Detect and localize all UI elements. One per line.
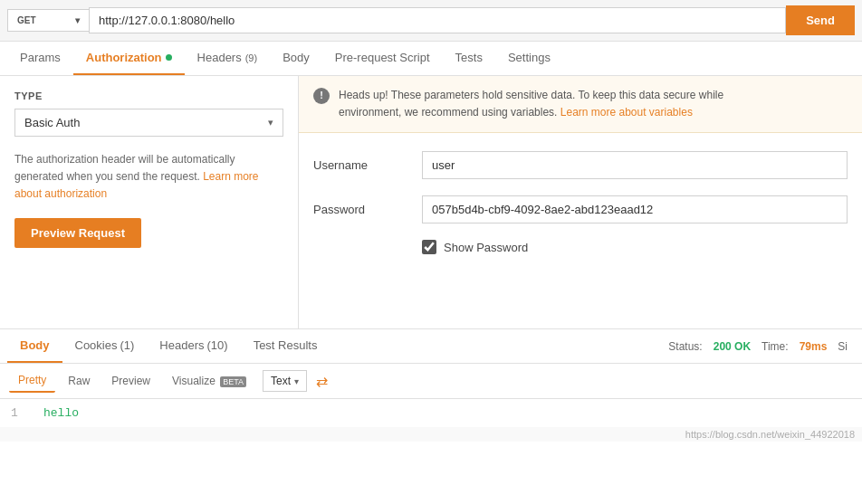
line-number: 1 (11, 406, 29, 420)
bottom-tab-headers[interactable]: Headers (10) (147, 329, 240, 363)
alert-icon: ! (313, 88, 330, 104)
bottom-tab-body[interactable]: Body (7, 329, 62, 363)
size-label: Si (838, 340, 848, 353)
format-arrow: ▾ (294, 376, 299, 386)
bottom-tabs: Body Cookies (1) Headers (10) Test Resul… (0, 329, 862, 364)
tab-params[interactable]: Params (7, 42, 73, 75)
url-bar: GET ▾ Send (0, 0, 862, 42)
status-value: 200 OK (714, 340, 751, 353)
password-row: Password (313, 195, 848, 223)
method-arrow: ▾ (75, 15, 80, 25)
footer-watermark: https://blog.csdn.net/weixin_44922018 (0, 427, 862, 442)
right-panel: ! Heads up! These parameters hold sensit… (299, 76, 862, 328)
format-select[interactable]: Text ▾ (263, 370, 307, 392)
username-label: Username (313, 158, 422, 172)
tab-tests[interactable]: Tests (443, 42, 495, 75)
tab-body[interactable]: Body (270, 42, 322, 75)
main-content: TYPE Basic Auth ▾ The authorization head… (0, 76, 862, 329)
response-body: 1 hello (0, 399, 862, 427)
username-row: Username (313, 151, 848, 179)
beta-badge: BETA (220, 376, 246, 387)
response-content: hello (43, 406, 79, 420)
password-label: Password (313, 203, 422, 216)
preview-request-button[interactable]: Preview Request (14, 218, 141, 248)
type-label: TYPE (14, 90, 283, 101)
password-input[interactable] (422, 195, 848, 223)
auth-description: The authorization header will be automat… (14, 151, 283, 204)
send-button[interactable]: Send (786, 5, 855, 35)
bottom-tab-test-results[interactable]: Test Results (241, 329, 330, 363)
show-password-checkbox[interactable] (422, 240, 436, 254)
show-password-label: Show Password (444, 241, 528, 254)
show-password-row: Show Password (422, 240, 848, 254)
authorization-dot (166, 54, 172, 61)
format-label: Text (271, 375, 291, 387)
status-area: Status: 200 OK Time: 79ms Si (668, 340, 855, 353)
learn-more-variables-link[interactable]: Learn more about variables (560, 106, 693, 119)
top-tabs: Params Authorization Headers (9) Body Pr… (0, 42, 862, 76)
method-select[interactable]: GET ▾ (7, 9, 89, 32)
method-label: GET (17, 15, 36, 25)
left-panel: TYPE Basic Auth ▾ The authorization head… (0, 76, 299, 328)
response-toolbar: Pretty Raw Preview Visualize BETA Text ▾… (0, 364, 862, 399)
resp-tab-pretty[interactable]: Pretty (9, 369, 55, 393)
time-label: Time: (761, 340, 789, 353)
bottom-tab-cookies[interactable]: Cookies (1) (62, 329, 148, 363)
wrap-icon[interactable]: ⇄ (316, 373, 328, 390)
resp-tab-visualize[interactable]: Visualize BETA (163, 370, 255, 392)
tab-settings[interactable]: Settings (495, 42, 563, 75)
url-input[interactable] (89, 7, 786, 33)
form-area: Username Password Show Password (299, 133, 862, 272)
tab-authorization[interactable]: Authorization (73, 42, 185, 75)
username-input[interactable] (422, 151, 848, 179)
status-label: Status: (668, 340, 702, 353)
type-select[interactable]: Basic Auth ▾ (14, 109, 283, 137)
tab-headers[interactable]: Headers (9) (185, 42, 271, 75)
alert-message: Heads up! These parameters hold sensitiv… (339, 87, 723, 121)
resp-tab-raw[interactable]: Raw (59, 370, 99, 392)
time-value: 79ms (800, 340, 828, 353)
type-arrow: ▾ (268, 117, 273, 128)
tab-prerequest[interactable]: Pre-request Script (322, 42, 443, 75)
type-value: Basic Auth (24, 116, 80, 129)
resp-tab-preview[interactable]: Preview (102, 370, 159, 392)
alert-box: ! Heads up! These parameters hold sensit… (299, 76, 862, 133)
